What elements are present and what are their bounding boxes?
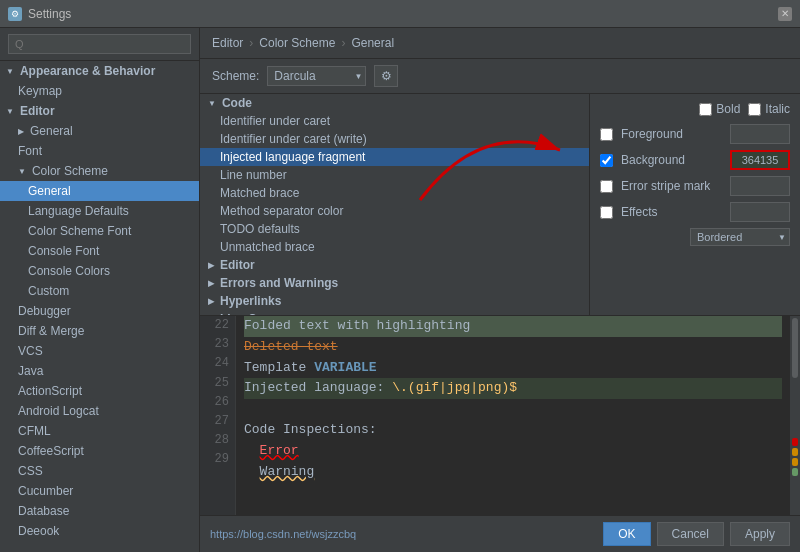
tree-section-code[interactable]: ▼ Code [200, 94, 589, 112]
foreground-color-box[interactable] [730, 124, 790, 144]
sidebar-item-consolefont[interactable]: Console Font [0, 241, 199, 261]
errorstripe-row: Error stripe mark [600, 176, 790, 196]
sidebar-item-keymap[interactable]: Keymap [0, 81, 199, 101]
scheme-select-wrapper: Darcula Default High contrast [267, 66, 366, 86]
scheme-row: Scheme: Darcula Default High contrast ⚙ [200, 59, 800, 94]
code-line-24: Template VARIABLE [244, 358, 782, 379]
effects-label: Effects [621, 205, 722, 219]
breadcrumb-general: General [351, 36, 394, 50]
effects-select[interactable]: Bordered Underscored Bold underscored Un… [690, 228, 790, 246]
code-line-28: Error [244, 441, 782, 462]
sidebar-search-container [0, 28, 199, 61]
search-input[interactable] [8, 34, 191, 54]
sidebar-item-font[interactable]: Font [0, 141, 199, 161]
sidebar-item-general2[interactable]: General [0, 181, 199, 201]
sidebar-item-editor[interactable]: ▼ Editor [0, 101, 199, 121]
code-content: Folded text with highlighting Deleted te… [236, 316, 790, 515]
foreground-checkbox[interactable] [600, 128, 613, 141]
italic-checkbox[interactable] [748, 103, 761, 116]
sidebar-item-css[interactable]: CSS [0, 461, 199, 481]
bold-checkbox-label[interactable]: Bold [699, 102, 740, 116]
breadcrumb-sep2: › [341, 36, 345, 50]
tree-item-identifier-write[interactable]: Identifier under caret (write) [200, 130, 589, 148]
sidebar-item-androidlogcat[interactable]: Android Logcat [0, 401, 199, 421]
line-num-28: 28 [206, 431, 229, 450]
sidebar-item-consolecolors[interactable]: Console Colors [0, 261, 199, 281]
code-line-25: Injected language: \.(gif|jpg|png)$ [244, 378, 782, 399]
tree-section-errors[interactable]: ▶ Errors and Warnings [200, 274, 589, 292]
scheme-select[interactable]: Darcula Default High contrast [267, 66, 366, 86]
breadcrumb-sep1: › [249, 36, 253, 50]
close-button[interactable]: ✕ [778, 7, 792, 21]
tree-item-linenumber[interactable]: Line number [200, 166, 589, 184]
sidebar-item-debugger[interactable]: Debugger [0, 301, 199, 321]
cancel-button[interactable]: Cancel [657, 522, 724, 546]
breadcrumb-editor: Editor [212, 36, 243, 50]
errorstripe-label: Error stripe mark [621, 179, 722, 193]
breadcrumb-colorscheme: Color Scheme [259, 36, 335, 50]
tree-editor-label: Editor [220, 258, 255, 272]
tree-item-unmatchedbrace[interactable]: Unmatched brace [200, 238, 589, 256]
sidebar-item-colorschemefont[interactable]: Color Scheme Font [0, 221, 199, 241]
gear-button[interactable]: ⚙ [374, 65, 398, 87]
sidebar-item-cucumber[interactable]: Cucumber [0, 481, 199, 501]
background-label: Background [621, 153, 722, 167]
line-num-22: 22 [206, 316, 229, 335]
sidebar-item-java[interactable]: Java [0, 361, 199, 381]
sidebar-item-custom[interactable]: Custom [0, 281, 199, 301]
tree-item-identifier-caret[interactable]: Identifier under caret [200, 112, 589, 130]
scheme-label: Scheme: [212, 69, 259, 83]
tree-item-label: Injected language fragment [220, 150, 365, 164]
sidebar-item-cfml[interactable]: CFML [0, 421, 199, 441]
sidebar-item-database[interactable]: Database [0, 501, 199, 521]
errorstripe-checkbox[interactable] [600, 180, 613, 193]
sidebar-item-langdefaults[interactable]: Language Defaults [0, 201, 199, 221]
tree-expand-hyperlinks: ▶ [208, 297, 214, 306]
tree-item-label: Unmatched brace [220, 240, 315, 254]
expand-icon: ▼ [6, 67, 14, 76]
effects-color-box[interactable] [730, 202, 790, 222]
tree-expand-code: ▼ [208, 99, 216, 108]
sidebar-item-general[interactable]: ▶ General [0, 121, 199, 141]
scroll-thumb[interactable] [792, 318, 798, 378]
effects-type-row: Bordered Underscored Bold underscored Un… [600, 228, 790, 246]
effects-checkbox[interactable] [600, 206, 613, 219]
sidebar-item-diffmerge[interactable]: Diff & Merge [0, 321, 199, 341]
expand-icon-colorscheme: ▼ [18, 167, 26, 176]
tree-item-label: Matched brace [220, 186, 299, 200]
tree-item-methodsep[interactable]: Method separator color [200, 202, 589, 220]
code-line-26 [244, 399, 782, 420]
sidebar-item-deeook[interactable]: Deeook [0, 521, 199, 541]
tree-item-matchedbrace[interactable]: Matched brace [200, 184, 589, 202]
sidebar-item-coffeescript[interactable]: CoffeeScript [0, 441, 199, 461]
tree-item-label: Identifier under caret (write) [220, 132, 367, 146]
bold-checkbox[interactable] [699, 103, 712, 116]
sidebar-item-actionscript[interactable]: ActionScript [0, 381, 199, 401]
bottom-bar: https://blog.csdn.net/wsjzzcbq OK Cancel… [200, 515, 800, 552]
tree-code-label: Code [222, 96, 252, 110]
ok-button[interactable]: OK [603, 522, 650, 546]
background-color-box[interactable]: 364135 [730, 150, 790, 170]
bold-label: Bold [716, 102, 740, 116]
tree-panel: ▼ Code Identifier under caret Identifier… [200, 94, 590, 315]
background-checkbox[interactable] [600, 154, 613, 167]
title-bar: ⚙ Settings ✕ [0, 0, 800, 28]
tree-section-editor[interactable]: ▶ Editor [200, 256, 589, 274]
sidebar-item-vcs[interactable]: VCS [0, 341, 199, 361]
errorstripe-color-box[interactable] [730, 176, 790, 196]
italic-checkbox-label[interactable]: Italic [748, 102, 790, 116]
preview-scrollbar[interactable] [790, 316, 800, 515]
preview-panel: 22 23 24 25 26 27 28 29 Folded text with… [200, 315, 800, 515]
app-icon: ⚙ [8, 7, 22, 21]
sidebar-item-colorscheme[interactable]: ▼ Color Scheme [0, 161, 199, 181]
tree-item-todo[interactable]: TODO defaults [200, 220, 589, 238]
code-line-29: Warning [244, 462, 782, 483]
expand-icon-editor: ▼ [6, 107, 14, 116]
apply-button[interactable]: Apply [730, 522, 790, 546]
tree-expand-errors: ▶ [208, 279, 214, 288]
tree-item-injected[interactable]: Injected language fragment [200, 148, 589, 166]
sidebar-item-appearance[interactable]: ▼ Appearance & Behavior [0, 61, 199, 81]
effects-row: Effects [600, 202, 790, 222]
scroll-marker3 [792, 458, 798, 466]
tree-section-hyperlinks[interactable]: ▶ Hyperlinks [200, 292, 589, 310]
